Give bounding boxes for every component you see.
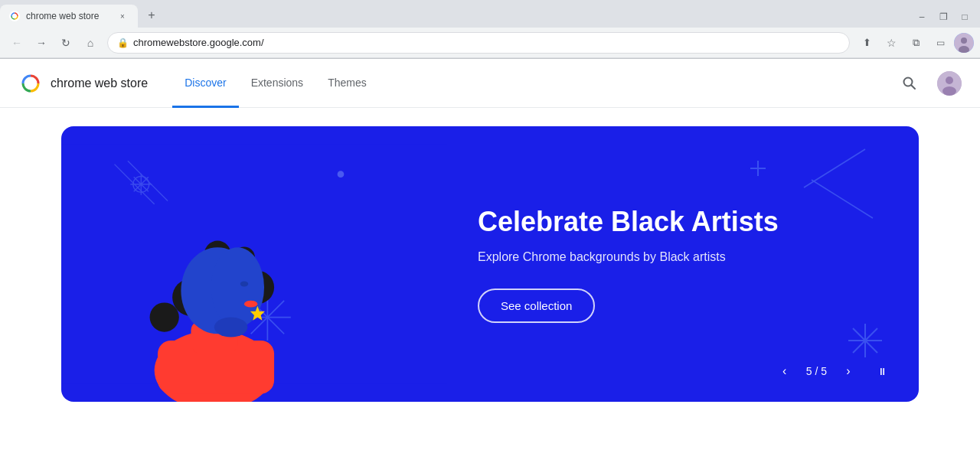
close-window-button[interactable]: □ — [956, 8, 974, 26]
svg-point-34 — [240, 282, 248, 287]
split-view-button[interactable]: ▭ — [929, 32, 951, 54]
forward-icon: → — [36, 37, 47, 49]
reload-button[interactable]: ↻ — [55, 32, 77, 54]
svg-line-6 — [912, 85, 916, 89]
hero-illustration — [61, 126, 447, 402]
svg-point-0 — [9, 11, 20, 21]
carousel-controls: ‹ 5 / 5 › ⏸ — [773, 359, 894, 383]
site-search-button[interactable] — [894, 68, 925, 99]
hero-subtitle: Explore Chrome backgrounds by Black arti… — [478, 250, 888, 264]
site-nav: Discover Extensions Themes — [172, 59, 379, 107]
maximize-button[interactable]: ❐ — [934, 8, 952, 26]
hero-banner: Celebrate Black Artists Explore Chrome b… — [61, 126, 919, 402]
tab-title: chrome web store — [26, 11, 110, 21]
pause-icon: ⏸ — [877, 366, 887, 377]
site-name-text: chrome web store — [51, 77, 148, 90]
svg-point-9 — [942, 86, 956, 96]
browser-toolbar: ← → ↻ ⌂ 🔒 chromewebstore.google.com/ ⬆ ☆… — [0, 28, 980, 58]
nav-discover[interactable]: Discover — [172, 60, 238, 108]
hero-content: Celebrate Black Artists Explore Chrome b… — [447, 174, 919, 354]
url-text: chromewebstore.google.com/ — [133, 37, 840, 48]
rainbow-logo-icon — [18, 71, 43, 96]
carousel-counter: 5 / 5 — [806, 365, 827, 377]
nav-themes-label: Themes — [328, 77, 367, 89]
nav-extensions-label: Extensions — [251, 77, 303, 89]
window-controls: – ❐ □ — [913, 8, 980, 26]
share-button[interactable]: ⬆ — [856, 32, 877, 54]
nav-discover-label: Discover — [185, 77, 226, 89]
carousel-next-button[interactable]: › — [836, 359, 861, 383]
hero-title: Celebrate Black Artists — [478, 205, 888, 238]
home-icon: ⌂ — [87, 37, 93, 49]
split-icon: ▭ — [936, 37, 945, 48]
chevron-left-icon: ‹ — [782, 364, 786, 378]
svg-point-2 — [961, 37, 967, 44]
back-icon: ← — [11, 37, 22, 49]
svg-point-38 — [338, 171, 345, 178]
site-header-right — [894, 68, 962, 99]
tab-favicon — [9, 11, 20, 21]
site-logo[interactable]: chrome web store — [18, 71, 148, 96]
bookmark-button[interactable]: ☆ — [880, 32, 902, 54]
hero-section: Celebrate Black Artists Explore Chrome b… — [0, 108, 980, 420]
svg-point-35 — [244, 301, 257, 308]
toolbar-right: ⬆ ☆ ⧉ ▭ — [856, 32, 974, 54]
lock-icon: 🔒 — [117, 37, 129, 48]
minimize-button[interactable]: – — [913, 8, 931, 26]
hero-illustration-svg — [61, 126, 447, 402]
back-button[interactable]: ← — [6, 32, 28, 54]
svg-point-8 — [946, 77, 953, 84]
extensions-button[interactable]: ⧉ — [905, 32, 926, 54]
extensions-icon: ⧉ — [913, 37, 920, 49]
address-bar[interactable]: 🔒 chromewebstore.google.com/ — [107, 32, 850, 54]
nav-extensions[interactable]: Extensions — [239, 60, 315, 108]
new-tab-button[interactable]: + — [141, 5, 162, 26]
see-collection-button[interactable]: See collection — [478, 289, 595, 323]
chevron-right-icon: › — [846, 364, 850, 378]
reload-icon: ↻ — [61, 37, 70, 49]
share-icon: ⬆ — [863, 37, 871, 48]
forward-button[interactable]: → — [31, 32, 52, 54]
svg-point-37 — [214, 318, 247, 337]
svg-point-24 — [150, 302, 179, 331]
site-header: chrome web store Discover Extensions The… — [0, 59, 980, 108]
nav-themes[interactable]: Themes — [315, 60, 379, 108]
tab-bar: chrome web store × + – ❐ □ — [0, 0, 980, 28]
carousel-pause-button[interactable]: ⏸ — [870, 359, 894, 383]
tab-close-button[interactable]: × — [116, 10, 129, 22]
active-tab[interactable]: chrome web store × — [0, 5, 138, 28]
carousel-prev-button[interactable]: ‹ — [773, 359, 797, 383]
page-content: chrome web store Discover Extensions The… — [0, 59, 980, 463]
bookmark-icon: ☆ — [887, 37, 897, 49]
home-button[interactable]: ⌂ — [80, 32, 101, 54]
browser-chrome: chrome web store × + – ❐ □ ← → ↻ ⌂ 🔒 chr… — [0, 0, 980, 59]
site-user-avatar[interactable] — [937, 71, 962, 96]
search-icon — [902, 76, 917, 91]
browser-profile-avatar[interactable] — [954, 33, 974, 53]
